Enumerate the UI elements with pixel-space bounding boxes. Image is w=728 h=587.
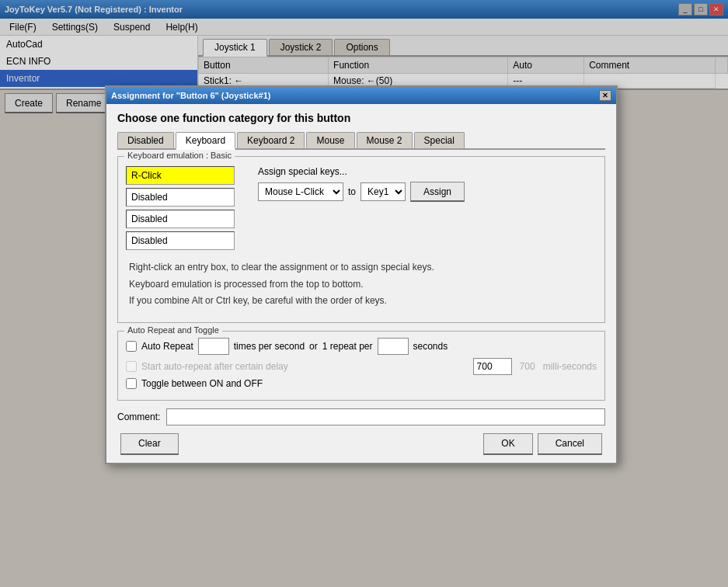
auto-repeat-row: Auto Repeat times per second or 1 repeat…	[126, 338, 597, 355]
key-entry-4[interactable]	[126, 231, 235, 250]
tab-mouse2[interactable]: Mouse 2	[357, 132, 413, 148]
toggle-label: Toggle between ON and OFF	[141, 378, 263, 389]
dialog-close-button[interactable]: ✕	[599, 90, 611, 101]
ok-button[interactable]: OK	[483, 433, 532, 455]
auto-repeat-checkbox[interactable]	[126, 341, 137, 352]
dialog-body: Choose one function category for this bu…	[106, 104, 616, 463]
keyboard-group-label: Keyboard emulation : Basic	[124, 151, 235, 160]
clear-button[interactable]: Clear	[120, 433, 179, 455]
instruction-2: Keyboard emulation is processed from the…	[129, 276, 594, 294]
milliseconds-label: milli-seconds	[543, 361, 597, 372]
times-input[interactable]	[198, 338, 229, 355]
ok-cancel-group: OK Cancel	[483, 433, 602, 455]
keyboard-group: Keyboard emulation : Basic Assign specia…	[117, 156, 605, 323]
keyboard-content: Assign special keys... Mouse L-Click Mou…	[126, 163, 597, 250]
function-tab-strip: Disabled Keyboard Keyboard 2 Mouse Mouse…	[117, 132, 605, 150]
toggle-row: Toggle between ON and OFF	[126, 378, 597, 389]
key-entry-3[interactable]	[126, 210, 235, 228]
repeat-per-input[interactable]	[378, 338, 409, 355]
instruction-3: If you combine Alt or Ctrl key, be caref…	[129, 293, 594, 310]
auto-repeat-group: Auto Repeat and Toggle Auto Repeat times…	[117, 331, 605, 401]
dialog-heading: Choose one function category for this bu…	[117, 112, 605, 124]
key-entry-1[interactable]	[126, 166, 235, 185]
special-key-dropdown2[interactable]: Key1 Key2 Key3 Key4	[361, 182, 406, 201]
start-delay-checkbox[interactable]	[126, 361, 137, 372]
times-per-second-label: times per second	[234, 341, 305, 352]
dialog-bottom-buttons: Clear OK Cancel	[117, 433, 605, 455]
assign-button[interactable]: Assign	[410, 182, 465, 202]
comment-label: Comment:	[117, 412, 160, 422]
dialog-title: Assignment for "Button 6" (Joystick#1)	[111, 91, 270, 100]
assign-row: Mouse L-Click Mouse R-Click Mouse M-Clic…	[258, 182, 465, 202]
special-key-dropdown1[interactable]: Mouse L-Click Mouse R-Click Mouse M-Clic…	[258, 182, 343, 201]
modal-overlay: Assignment for "Button 6" (Joystick#1) ✕…	[0, 0, 728, 587]
auto-repeat-label: Auto Repeat	[141, 341, 193, 352]
assign-section-title: Assign special keys...	[258, 166, 465, 177]
start-delay-input[interactable]	[473, 358, 512, 375]
key-entries-list	[126, 166, 242, 250]
tab-disabled[interactable]: Disabled	[117, 132, 174, 148]
key-entry-2[interactable]	[126, 188, 235, 207]
tab-special[interactable]: Special	[414, 132, 465, 148]
instructions: Right-click an entry box, to clear the a…	[126, 255, 597, 314]
to-label: to	[348, 186, 356, 197]
or-label: or	[309, 341, 318, 352]
seconds-label: seconds	[413, 341, 448, 352]
assign-special-section: Assign special keys... Mouse L-Click Mou…	[258, 166, 465, 202]
auto-group-label: Auto Repeat and Toggle	[124, 325, 222, 335]
instruction-1: Right-click an entry box, to clear the a…	[129, 259, 594, 276]
comment-input[interactable]	[166, 408, 605, 425]
tab-keyboard[interactable]: Keyboard	[176, 132, 235, 150]
tab-mouse[interactable]: Mouse	[306, 132, 354, 148]
milliseconds-value: 700	[520, 361, 535, 372]
comment-row: Comment:	[117, 408, 605, 425]
start-delay-label: Start auto-repeat after certain delay	[141, 361, 288, 372]
assignment-dialog: Assignment for "Button 6" (Joystick#1) ✕…	[105, 85, 618, 464]
dialog-titlebar: Assignment for "Button 6" (Joystick#1) ✕	[106, 87, 616, 104]
tab-keyboard2[interactable]: Keyboard 2	[237, 132, 305, 148]
cancel-button[interactable]: Cancel	[538, 433, 602, 455]
repeat-per-label: 1 repeat per	[322, 341, 373, 352]
start-delay-row: Start auto-repeat after certain delay 70…	[126, 358, 597, 375]
toggle-checkbox[interactable]	[126, 378, 137, 389]
